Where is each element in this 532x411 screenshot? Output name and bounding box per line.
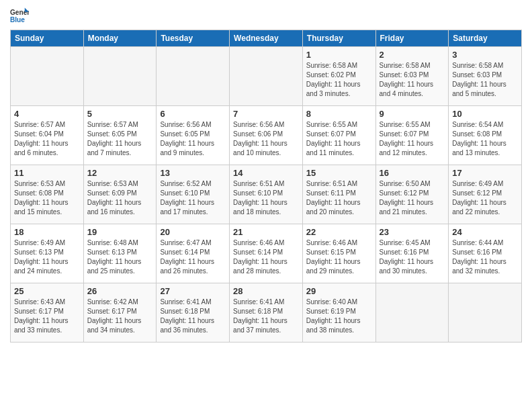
day-info: Sunrise: 6:44 AM Sunset: 6:16 PM Dayligh… bbox=[452, 238, 518, 276]
day-number: 2 bbox=[380, 50, 445, 60]
weekday-header-sunday: Sunday bbox=[11, 30, 84, 47]
calendar-cell: 4Sunrise: 6:57 AM Sunset: 6:04 PM Daylig… bbox=[11, 106, 84, 165]
week-row-2: 4Sunrise: 6:57 AM Sunset: 6:04 PM Daylig… bbox=[11, 106, 522, 165]
day-number: 16 bbox=[380, 168, 445, 178]
day-number: 21 bbox=[233, 227, 299, 237]
calendar-cell: 11Sunrise: 6:53 AM Sunset: 6:08 PM Dayli… bbox=[11, 165, 84, 224]
day-number: 4 bbox=[14, 109, 80, 119]
day-info: Sunrise: 6:49 AM Sunset: 6:13 PM Dayligh… bbox=[14, 238, 80, 276]
day-info: Sunrise: 6:50 AM Sunset: 6:12 PM Dayligh… bbox=[380, 179, 445, 217]
calendar-cell: 22Sunrise: 6:46 AM Sunset: 6:15 PM Dayli… bbox=[302, 224, 375, 283]
day-number: 6 bbox=[160, 109, 226, 119]
day-number: 29 bbox=[306, 286, 372, 296]
day-number: 26 bbox=[87, 286, 153, 296]
day-info: Sunrise: 6:53 AM Sunset: 6:08 PM Dayligh… bbox=[14, 179, 80, 217]
calendar-cell: 26Sunrise: 6:42 AM Sunset: 6:17 PM Dayli… bbox=[83, 283, 157, 342]
calendar-cell: 7Sunrise: 6:56 AM Sunset: 6:06 PM Daylig… bbox=[230, 106, 303, 165]
day-number: 24 bbox=[452, 227, 518, 237]
day-info: Sunrise: 6:55 AM Sunset: 6:07 PM Dayligh… bbox=[380, 120, 445, 158]
day-number: 3 bbox=[452, 50, 518, 60]
calendar-cell bbox=[11, 47, 84, 106]
weekday-header-thursday: Thursday bbox=[302, 30, 375, 47]
calendar-cell bbox=[449, 283, 522, 342]
day-info: Sunrise: 6:47 AM Sunset: 6:14 PM Dayligh… bbox=[160, 238, 226, 276]
day-number: 20 bbox=[160, 227, 226, 237]
day-number: 7 bbox=[233, 109, 299, 119]
calendar-cell: 10Sunrise: 6:54 AM Sunset: 6:08 PM Dayli… bbox=[449, 106, 522, 165]
day-number: 27 bbox=[160, 286, 226, 296]
day-info: Sunrise: 6:52 AM Sunset: 6:10 PM Dayligh… bbox=[160, 179, 226, 217]
day-info: Sunrise: 6:42 AM Sunset: 6:17 PM Dayligh… bbox=[87, 298, 153, 335]
week-row-4: 18Sunrise: 6:49 AM Sunset: 6:13 PM Dayli… bbox=[11, 224, 522, 283]
calendar-table: SundayMondayTuesdayWednesdayThursdayFrid… bbox=[10, 30, 522, 342]
week-row-5: 25Sunrise: 6:43 AM Sunset: 6:17 PM Dayli… bbox=[11, 283, 522, 342]
calendar-cell: 1Sunrise: 6:58 AM Sunset: 6:02 PM Daylig… bbox=[302, 47, 375, 106]
day-info: Sunrise: 6:41 AM Sunset: 6:18 PM Dayligh… bbox=[160, 298, 226, 335]
calendar-cell bbox=[83, 47, 157, 106]
calendar-cell: 23Sunrise: 6:45 AM Sunset: 6:16 PM Dayli… bbox=[375, 224, 449, 283]
calendar-cell: 18Sunrise: 6:49 AM Sunset: 6:13 PM Dayli… bbox=[11, 224, 84, 283]
day-info: Sunrise: 6:49 AM Sunset: 6:12 PM Dayligh… bbox=[452, 179, 518, 217]
day-number: 19 bbox=[87, 227, 153, 237]
day-info: Sunrise: 6:43 AM Sunset: 6:17 PM Dayligh… bbox=[14, 298, 80, 335]
day-info: Sunrise: 6:57 AM Sunset: 6:04 PM Dayligh… bbox=[14, 120, 80, 158]
calendar-cell: 25Sunrise: 6:43 AM Sunset: 6:17 PM Dayli… bbox=[11, 283, 84, 342]
calendar-cell: 8Sunrise: 6:55 AM Sunset: 6:07 PM Daylig… bbox=[302, 106, 375, 165]
calendar-cell: 9Sunrise: 6:55 AM Sunset: 6:07 PM Daylig… bbox=[375, 106, 449, 165]
day-number: 12 bbox=[87, 168, 153, 178]
calendar-cell: 21Sunrise: 6:46 AM Sunset: 6:14 PM Dayli… bbox=[230, 224, 303, 283]
day-info: Sunrise: 6:48 AM Sunset: 6:13 PM Dayligh… bbox=[87, 238, 153, 276]
day-info: Sunrise: 6:56 AM Sunset: 6:06 PM Dayligh… bbox=[233, 120, 299, 158]
day-info: Sunrise: 6:55 AM Sunset: 6:07 PM Dayligh… bbox=[306, 120, 372, 158]
day-info: Sunrise: 6:51 AM Sunset: 6:10 PM Dayligh… bbox=[233, 179, 299, 217]
svg-text:Blue: Blue bbox=[10, 16, 25, 24]
day-number: 17 bbox=[452, 168, 518, 178]
week-row-1: 1Sunrise: 6:58 AM Sunset: 6:02 PM Daylig… bbox=[11, 47, 522, 106]
header: General Blue bbox=[10, 7, 522, 26]
calendar-cell: 19Sunrise: 6:48 AM Sunset: 6:13 PM Dayli… bbox=[83, 224, 157, 283]
calendar-cell: 20Sunrise: 6:47 AM Sunset: 6:14 PM Dayli… bbox=[157, 224, 230, 283]
calendar-cell: 5Sunrise: 6:57 AM Sunset: 6:05 PM Daylig… bbox=[83, 106, 157, 165]
day-info: Sunrise: 6:51 AM Sunset: 6:11 PM Dayligh… bbox=[306, 179, 372, 217]
day-info: Sunrise: 6:46 AM Sunset: 6:14 PM Dayligh… bbox=[233, 238, 299, 276]
calendar-cell: 28Sunrise: 6:41 AM Sunset: 6:18 PM Dayli… bbox=[230, 283, 303, 342]
day-info: Sunrise: 6:46 AM Sunset: 6:15 PM Dayligh… bbox=[306, 238, 372, 276]
day-number: 13 bbox=[160, 168, 226, 178]
calendar-cell bbox=[230, 47, 303, 106]
calendar-cell: 3Sunrise: 6:58 AM Sunset: 6:03 PM Daylig… bbox=[449, 47, 522, 106]
week-row-3: 11Sunrise: 6:53 AM Sunset: 6:08 PM Dayli… bbox=[11, 165, 522, 224]
weekday-header-monday: Monday bbox=[83, 30, 157, 47]
day-number: 23 bbox=[380, 227, 445, 237]
day-number: 1 bbox=[306, 50, 372, 60]
day-number: 8 bbox=[306, 109, 372, 119]
weekday-header-saturday: Saturday bbox=[449, 30, 522, 47]
day-number: 25 bbox=[14, 286, 80, 296]
day-info: Sunrise: 6:40 AM Sunset: 6:19 PM Dayligh… bbox=[306, 298, 372, 335]
day-info: Sunrise: 6:58 AM Sunset: 6:03 PM Dayligh… bbox=[380, 61, 445, 99]
day-number: 18 bbox=[14, 227, 80, 237]
day-info: Sunrise: 6:58 AM Sunset: 6:03 PM Dayligh… bbox=[452, 61, 518, 99]
calendar-cell: 6Sunrise: 6:56 AM Sunset: 6:05 PM Daylig… bbox=[157, 106, 230, 165]
day-info: Sunrise: 6:53 AM Sunset: 6:09 PM Dayligh… bbox=[87, 179, 153, 217]
day-number: 9 bbox=[380, 109, 445, 119]
day-number: 11 bbox=[14, 168, 80, 178]
calendar-cell: 17Sunrise: 6:49 AM Sunset: 6:12 PM Dayli… bbox=[449, 165, 522, 224]
weekday-header-friday: Friday bbox=[375, 30, 449, 47]
calendar-cell: 24Sunrise: 6:44 AM Sunset: 6:16 PM Dayli… bbox=[449, 224, 522, 283]
calendar-cell bbox=[375, 283, 449, 342]
calendar-cell bbox=[157, 47, 230, 106]
day-number: 14 bbox=[233, 168, 299, 178]
weekday-header-tuesday: Tuesday bbox=[157, 30, 230, 47]
day-number: 22 bbox=[306, 227, 372, 237]
calendar-cell: 14Sunrise: 6:51 AM Sunset: 6:10 PM Dayli… bbox=[230, 165, 303, 224]
calendar-cell: 13Sunrise: 6:52 AM Sunset: 6:10 PM Dayli… bbox=[157, 165, 230, 224]
weekday-header-row: SundayMondayTuesdayWednesdayThursdayFrid… bbox=[11, 30, 522, 47]
day-number: 10 bbox=[452, 109, 518, 119]
day-info: Sunrise: 6:56 AM Sunset: 6:05 PM Dayligh… bbox=[160, 120, 226, 158]
calendar-cell: 29Sunrise: 6:40 AM Sunset: 6:19 PM Dayli… bbox=[302, 283, 375, 342]
logo-icon: General Blue bbox=[10, 7, 29, 26]
calendar-cell: 27Sunrise: 6:41 AM Sunset: 6:18 PM Dayli… bbox=[157, 283, 230, 342]
calendar-cell: 15Sunrise: 6:51 AM Sunset: 6:11 PM Dayli… bbox=[302, 165, 375, 224]
calendar-cell: 16Sunrise: 6:50 AM Sunset: 6:12 PM Dayli… bbox=[375, 165, 449, 224]
day-info: Sunrise: 6:58 AM Sunset: 6:02 PM Dayligh… bbox=[306, 61, 372, 99]
